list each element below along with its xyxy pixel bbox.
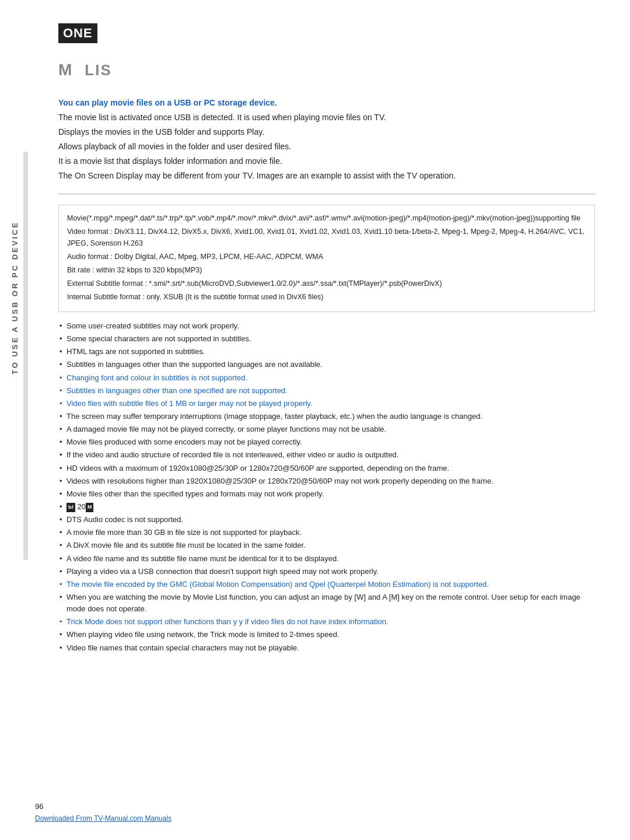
intro-line: Displays the movies in the USB folder an… — [58, 126, 595, 138]
list-item: A DivX movie file and its subtitle file … — [58, 540, 595, 551]
audio-format: Audio format : Dolby Digital, AAC, Mpeg,… — [67, 251, 586, 262]
bullet-icon: Ы — [66, 503, 75, 512]
list-item: When you are watching the movie by Movie… — [58, 592, 595, 615]
internal-subtitle: Internal Subtitle format : only, XSUB (I… — [67, 291, 586, 303]
list-item: Subtitles in languages other than one sp… — [58, 385, 595, 397]
intro-line: It is a movie list that displays folder … — [58, 155, 595, 167]
list-item: A movie file more than 30 GB in file siz… — [58, 527, 595, 538]
list-item: Some special characters are not supporte… — [58, 333, 595, 345]
intro-blue-heading: You can play movie files on a USB or PC … — [58, 97, 595, 109]
page-footer: 96 Downloaded From TV-Manual.com Manuals — [35, 802, 595, 822]
bit-rate: Bit rate : within 32 kbps to 320 kbps(MP… — [67, 264, 586, 276]
list-item: Some user-created subtitles may not work… — [58, 320, 595, 332]
intro-lines: The movie list is activated once USB is … — [58, 111, 595, 182]
list-item: Changing font and colour in subtitles is… — [58, 372, 595, 384]
sidebar-bar — [23, 152, 28, 560]
divider — [58, 194, 595, 194]
footer-link[interactable]: Downloaded From TV-Manual.com Manuals — [35, 814, 172, 822]
logo-area: ONE — [58, 23, 595, 43]
list-item: Video file names that contain special ch… — [58, 642, 595, 654]
list-item: Trick Mode does not support other functi… — [58, 616, 595, 628]
info-box: Movie(*.mpg/*.mpeg/*.dat/*.ts/*.trp/*.tp… — [58, 205, 595, 312]
list-item: Videos with resolutions higher than 1920… — [58, 475, 595, 487]
sidebar-label: TO USE A USB OR PC DEVICE — [10, 204, 19, 391]
list-item: A damaged movie file may not be played c… — [58, 424, 595, 435]
list-item: HD videos with a maximum of 1920x1080@25… — [58, 463, 595, 474]
list-item: The screen may suffer temporary interrup… — [58, 411, 595, 422]
intro-line: Allows playback of all movies in the fol… — [58, 141, 595, 153]
section-title-list: LIS — [85, 61, 111, 79]
list-item: When playing video file using network, t… — [58, 629, 595, 640]
list-item: The movie file encoded by the GMC (Globa… — [58, 579, 595, 590]
bullet-list: Some user-created subtitles may not work… — [58, 320, 595, 654]
logo: ONE — [58, 23, 97, 43]
page-container: TO USE A USB OR PC DEVICE ONE M LIS You … — [0, 0, 630, 840]
list-item: A video file name and its subtitle file … — [58, 553, 595, 565]
list-item: Ы 20M — [58, 501, 595, 513]
intro-line: The On Screen Display may be different f… — [58, 170, 595, 182]
list-item: HTML tags are not supported in subtitles… — [58, 346, 595, 358]
list-item: DTS Audio codec is not supported. — [58, 514, 595, 526]
list-item: If the video and audio structure of reco… — [58, 449, 595, 461]
intro-line: The movie list is activated once USB is … — [58, 111, 595, 124]
movie-formats: Movie(*.mpg/*.mpeg/*.dat/*.ts/*.trp/*.tp… — [67, 212, 586, 224]
section-header: M LIS — [58, 61, 595, 79]
section-title-m: M — [58, 61, 73, 79]
list-item: Movie files produced with some encoders … — [58, 436, 595, 448]
list-item: Movie files other than the specified typ… — [58, 488, 595, 500]
list-item: Playing a video via a USB connection tha… — [58, 566, 595, 578]
list-item: Video files with subtitle files of 1 MB … — [58, 398, 595, 410]
bullet-icon-m: M — [86, 503, 94, 512]
intro-section: You can play movie files on a USB or PC … — [58, 97, 595, 182]
list-item: Subtitles in languages other than the su… — [58, 359, 595, 370]
video-format: Video format : DivX3.11, DivX4.12, DivX5… — [67, 226, 586, 249]
page-number: 96 — [35, 802, 595, 811]
external-subtitle: External Subtitle format : *.smi/*.srt/*… — [67, 278, 586, 289]
